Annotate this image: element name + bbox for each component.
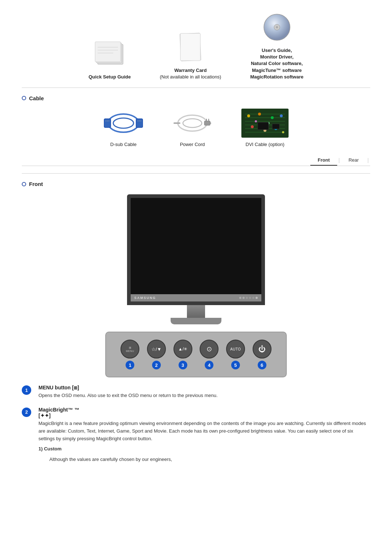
adjust-icon: ▲/✳ xyxy=(178,347,187,352)
indicator-dot xyxy=(239,297,241,299)
svg-rect-46 xyxy=(272,124,279,129)
magicbright-button-circle[interactable]: ☆/▼ xyxy=(147,340,166,358)
desc-text-2: MagicBright is a new feature providing o… xyxy=(38,420,370,442)
menu-text: MENU xyxy=(126,350,134,352)
cable-section-header: Cable xyxy=(22,95,370,101)
svg-rect-7 xyxy=(180,33,200,61)
svg-rect-25 xyxy=(204,121,210,125)
accessory-guide: Quick Setup Guide xyxy=(89,37,131,80)
cd-label: User's Guide, Monitor Driver, Natural Co… xyxy=(250,47,303,80)
svg-point-21 xyxy=(178,115,207,131)
desc-sub-text-2: Although the values are carefully chosen… xyxy=(38,456,370,463)
desc-content-1: MENU button [⊞] Opens the OSD menu. Also… xyxy=(38,385,370,400)
indicator-dot xyxy=(246,297,248,299)
svg-point-39 xyxy=(251,125,254,128)
svg-point-38 xyxy=(280,114,283,117)
svg-point-35 xyxy=(247,114,250,117)
monitor-bar: SAMSUNG xyxy=(131,294,261,301)
divider-1 xyxy=(22,88,370,88)
guide-label: Quick Setup Guide xyxy=(89,74,131,80)
auto-button-circle[interactable]: AUTO xyxy=(226,340,245,358)
front-title: Front xyxy=(29,181,43,187)
menu-button-circle[interactable]: ⊞ MENU xyxy=(121,340,139,358)
monitor-illustration: SAMSUNG xyxy=(22,194,370,324)
button-num-2: 2 xyxy=(152,361,161,369)
control-power: ⏻ 6 xyxy=(253,340,271,369)
cables-row: D-sub Cable Power Cord xyxy=(22,109,370,148)
dvi-label: DVI Cable (option) xyxy=(246,141,285,148)
desc-num-1: 1 xyxy=(22,385,31,395)
menu-icon: ⊞ xyxy=(129,346,131,349)
power-icon: ⏻ xyxy=(258,345,266,353)
svg-point-42 xyxy=(255,120,257,122)
svg-rect-13 xyxy=(104,119,111,127)
dsub-image xyxy=(103,109,143,138)
cable-power: Power Cord xyxy=(172,109,212,148)
magicbright-icon: ☆/▼ xyxy=(151,347,162,352)
button-num-4: 4 xyxy=(205,361,213,369)
nav-tabs: Front | Rear | xyxy=(22,155,370,166)
desc-item-1: 1 MENU button [⊞] Opens the OSD menu. Al… xyxy=(22,385,370,400)
desc-sub-title-2: 1) Custom xyxy=(38,445,370,453)
svg-point-22 xyxy=(183,119,202,127)
cd-image xyxy=(262,11,291,44)
power-button-circle[interactable]: ⏻ xyxy=(253,340,271,358)
source-icon: ⊙ xyxy=(207,345,212,353)
monitor-brand: SAMSUNG xyxy=(134,296,156,300)
indicator-dot xyxy=(242,297,245,299)
warranty-image xyxy=(179,31,202,64)
svg-point-37 xyxy=(271,116,274,119)
front-section-header: Front xyxy=(22,181,370,187)
cable-dvi: DVI Cable (option) xyxy=(241,109,289,148)
desc-item-2: 2 MagicBright™ ™[✦✦] MagicBright is a ne… xyxy=(22,407,370,463)
warranty-label: Warranty Card (Not available in all loca… xyxy=(160,67,221,80)
power-image xyxy=(172,109,212,138)
indicator-dot xyxy=(256,297,258,299)
source-button-circle[interactable]: ⊙ xyxy=(200,340,219,358)
desc-text-1: Opens the OSD menu. Also use to exit the… xyxy=(38,392,370,400)
cable-dsub: D-sub Cable xyxy=(103,109,143,148)
control-menu: ⊞ MENU 1 xyxy=(121,340,139,369)
monitor-stand-base xyxy=(171,318,221,324)
monitor-stand-neck xyxy=(187,305,205,318)
desc-title-2: MagicBright™ ™[✦✦] xyxy=(38,407,370,418)
button-num-5: 5 xyxy=(231,361,240,369)
desc-title-1: MENU button [⊞] xyxy=(38,385,370,390)
auto-text: AUTO xyxy=(230,347,241,351)
cable-title: Cable xyxy=(29,95,44,101)
descriptions-section: 1 MENU button [⊞] Opens the OSD menu. Al… xyxy=(22,385,370,463)
desc-content-2: MagicBright™ ™[✦✦] MagicBright is a new … xyxy=(38,407,370,463)
tab-front[interactable]: Front xyxy=(310,155,337,166)
control-magicbright: ☆/▼ 2 xyxy=(147,340,166,369)
monitor-body: SAMSUNG xyxy=(127,194,265,305)
cable-dot xyxy=(22,96,26,100)
svg-rect-14 xyxy=(136,119,143,127)
dsub-label: D-sub Cable xyxy=(110,141,136,148)
indicator-dot xyxy=(249,297,251,299)
svg-point-44 xyxy=(282,131,284,133)
button-num-1: 1 xyxy=(126,361,134,369)
monitor-indicators xyxy=(239,297,258,299)
power-label: Power Cord xyxy=(180,141,205,148)
guide-image xyxy=(93,37,126,70)
button-num-3: 3 xyxy=(179,361,187,369)
tab-divider-2: | xyxy=(366,155,370,166)
svg-point-36 xyxy=(258,113,261,116)
svg-point-12 xyxy=(113,118,134,128)
accessory-cd: User's Guide, Monitor Driver, Natural Co… xyxy=(250,11,303,80)
control-adjust: ▲/✳ 3 xyxy=(173,340,192,369)
control-panel: ⊞ MENU 1 ☆/▼ 2 ▲/✳ 3 ⊙ 4 AUTO 5 ⏻ 6 xyxy=(105,332,287,377)
monitor-screen xyxy=(131,198,261,294)
tab-rear[interactable]: Rear xyxy=(341,155,366,166)
control-auto: AUTO 5 xyxy=(226,340,245,369)
control-source: ⊙ 4 xyxy=(200,340,219,369)
svg-rect-45 xyxy=(258,122,269,130)
accessories-section: Quick Setup Guide Warranty Card (Not ava… xyxy=(22,11,370,80)
desc-num-2: 2 xyxy=(22,408,31,417)
svg-rect-2 xyxy=(95,42,121,62)
svg-point-10 xyxy=(276,26,278,28)
adjust-button-circle[interactable]: ▲/✳ xyxy=(173,340,192,358)
divider-2 xyxy=(22,173,370,174)
accessory-warranty: Warranty Card (Not available in all loca… xyxy=(160,31,221,80)
dvi-image xyxy=(241,109,289,138)
